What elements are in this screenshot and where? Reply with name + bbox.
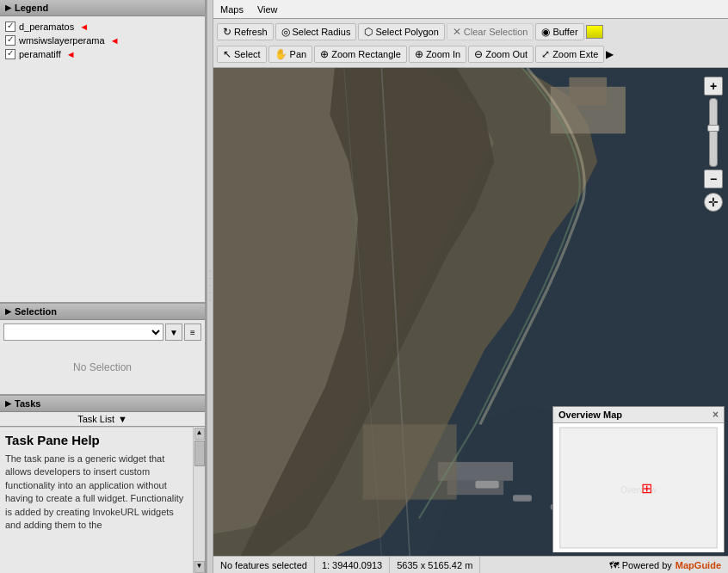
menu-bar: Maps View (213, 0, 728, 19)
zoom-ext-button[interactable]: ⤢ Zoom Exte (535, 46, 604, 63)
select-polygon-label: Select Polygon (375, 27, 438, 37)
overview-close-button[interactable]: × (713, 409, 719, 421)
app-container: ▶ Legend d_peramatos ◄ wmsiwslayerperama… (0, 0, 728, 573)
list-item: wmsiwslayerperama ◄ (5, 35, 200, 46)
menu-maps[interactable]: Maps (220, 4, 244, 15)
legend-arrow: ▶ (5, 3, 11, 12)
select-button[interactable]: ↖ Select (217, 46, 267, 63)
buffer-button[interactable]: ◉ Buffer (535, 23, 583, 40)
legend-title: Legend (15, 3, 48, 13)
clear-selection-icon: ✕ (453, 26, 461, 38)
select-polygon-button[interactable]: ⬡ Select Polygon (358, 23, 444, 40)
zoom-slider-track[interactable] (709, 98, 718, 167)
task-list-header[interactable]: Task List ▼ (0, 412, 205, 427)
map-container[interactable]: + − ✛ Overview Map × (213, 68, 728, 556)
svg-rect-11 (363, 424, 457, 499)
svg-rect-13 (513, 495, 532, 502)
select-label: Select (234, 49, 261, 59)
status-features: No features selected (213, 557, 315, 573)
selection-row: ▼ ≡ (3, 323, 201, 341)
svg-rect-12 (475, 481, 498, 489)
buffer-icon: ◉ (541, 26, 550, 38)
pan-label: Pan (290, 49, 307, 59)
overview-header: Overview Map × (553, 407, 724, 423)
resize-handle[interactable]: · · · · · (207, 0, 213, 573)
selection-down-btn[interactable]: ▼ (165, 323, 182, 341)
powered-by-icon: 🗺 (609, 560, 619, 570)
task-pane-text: The task pane is a generic widget that a… (5, 453, 188, 532)
menu-view[interactable]: View (257, 4, 278, 15)
refresh-label: Refresh (234, 27, 268, 37)
buffer-label: Buffer (552, 27, 577, 37)
overview-marker: ⊞ (641, 480, 652, 496)
selection-dropdown[interactable] (3, 323, 163, 341)
legend-content: d_peramatos ◄ wmsiwslayerperama ◄ perama… (0, 16, 205, 302)
zoom-in-button[interactable]: ⊕ Zoom In (409, 46, 466, 63)
layer2-label: wmsiwslayerperama (19, 35, 105, 46)
layer3-arrow: ◄ (66, 49, 76, 59)
layer1-arrow: ◄ (79, 22, 89, 32)
mapguide-text: MapGuide (676, 560, 721, 570)
zoom-out-label: Zoom Out (485, 49, 527, 59)
layer3-checkbox[interactable] (5, 49, 15, 59)
layer2-checkbox[interactable] (5, 35, 15, 46)
task-pane-title: Task Pane Help (5, 433, 188, 447)
zoom-slider-thumb[interactable] (707, 125, 719, 132)
tasks-header[interactable]: ▶ Tasks (0, 396, 205, 412)
scrollbar-down[interactable]: ▼ (194, 561, 205, 573)
list-item: peramatiff ◄ (5, 49, 200, 59)
zoom-rect-button[interactable]: ⊕ Zoom Rectangle (314, 46, 407, 63)
legend-header[interactable]: ▶ Legend (0, 0, 205, 16)
layer2-arrow: ◄ (110, 35, 120, 46)
status-coord1: 1: 39440.0913 (315, 557, 390, 573)
selection-header[interactable]: ▶ Selection (0, 304, 205, 320)
layer3-label: peramatiff (19, 49, 61, 59)
no-selection-text: No Selection (3, 344, 201, 391)
tasks-arrow: ▶ (5, 399, 11, 408)
pan-control[interactable]: ✛ (704, 193, 723, 212)
select-radius-label: Select Radius (293, 27, 351, 37)
scrollbar-up[interactable]: ▲ (194, 428, 205, 440)
zoom-ext-label: Zoom Exte (552, 49, 598, 59)
main-area: ▶ Legend d_peramatos ◄ wmsiwslayerperama… (0, 0, 728, 573)
clear-selection-label: Clear Selection (464, 27, 528, 37)
zoom-minus-button[interactable]: − (704, 169, 723, 188)
zoom-out-icon: ⊖ (474, 48, 483, 60)
refresh-button[interactable]: ↻ Refresh (217, 23, 274, 40)
selection-title: Selection (15, 306, 57, 317)
color-swatch (586, 25, 603, 39)
zoom-out-button[interactable]: ⊖ Zoom Out (468, 46, 534, 63)
coordinate1-text: 1: 39440.0913 (322, 560, 382, 570)
zoom-in-icon: ⊕ (415, 48, 423, 60)
refresh-icon: ↻ (223, 26, 231, 38)
zoom-rect-label: Zoom Rectangle (331, 49, 401, 59)
overview-title: Overview Map (558, 410, 622, 420)
task-scrollbar[interactable]: ▲ ▼ (193, 427, 205, 573)
layer1-label: d_peramatos (19, 22, 74, 32)
select-radius-icon: ◎ (281, 26, 290, 38)
selection-arrow: ▶ (5, 307, 11, 316)
more-icon: ▶ (606, 48, 614, 60)
tasks-title: Tasks (15, 398, 40, 409)
scrollbar-thumb[interactable] (194, 441, 205, 466)
status-powered: 🗺 Powered by MapGuide (602, 557, 728, 573)
pan-button[interactable]: ✋ Pan (268, 46, 313, 63)
zoom-rect-icon: ⊕ (320, 48, 329, 60)
overview-svg: Overview (553, 423, 724, 552)
pan-icon: ✋ (275, 48, 287, 60)
select-radius-button[interactable]: ◎ Select Radius (275, 23, 357, 40)
coordinate2-text: 5635 x 5165.42 m (397, 560, 472, 570)
zoom-controls: + − ✛ (704, 77, 723, 212)
select-polygon-icon: ⬡ (364, 26, 373, 38)
zoom-plus-button[interactable]: + (704, 77, 723, 96)
layer1-checkbox[interactable] (5, 22, 15, 32)
selection-content: ▼ ≡ No Selection (0, 320, 205, 394)
scrollbar-track (194, 441, 205, 561)
selection-list-btn[interactable]: ≡ (184, 323, 201, 341)
clear-selection-button[interactable]: ✕ Clear Selection (447, 23, 534, 40)
toolbar-row2: ↖ Select ✋ Pan ⊕ Zoom Rectangle ⊕ Zoom I… (217, 43, 725, 65)
right-panel: Maps View ↻ Refresh ◎ Select Radius ⬡ (213, 0, 728, 573)
toolbar-row1: ↻ Refresh ◎ Select Radius ⬡ Select Polyg… (217, 21, 725, 43)
select-icon: ↖ (223, 48, 231, 60)
powered-by-text: Powered by (622, 560, 672, 570)
